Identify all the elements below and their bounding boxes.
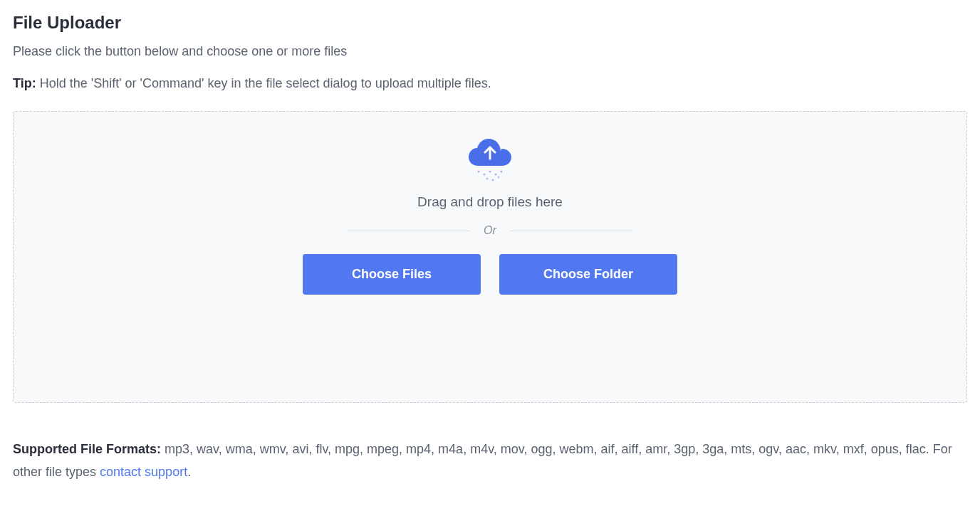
dropzone[interactable]: Drag and drop files here Or Choose Files… [13,111,967,403]
svg-point-7 [501,171,503,173]
divider-line-right [511,231,632,231]
page-subtitle: Please click the button below and choose… [13,44,967,59]
contact-support-link[interactable]: contact support [100,465,187,479]
svg-point-8 [498,176,500,179]
or-divider: Or [348,224,632,237]
choose-folder-button[interactable]: Choose Folder [499,254,677,295]
cloud-upload-icon [462,129,518,186]
button-row: Choose Files Choose Folder [303,254,677,295]
svg-point-4 [486,178,489,180]
tip-text: Hold the 'Shift' or 'Command' key in the… [36,76,491,90]
svg-point-1 [478,171,480,173]
divider-line-left [348,231,469,231]
svg-point-3 [489,171,491,173]
page-title: File Uploader [13,13,967,33]
formats-period: . [187,465,191,479]
supported-formats-line: Supported File Formats: mp3, wav, wma, w… [13,438,967,483]
or-text: Or [469,224,511,237]
svg-point-6 [492,179,494,181]
svg-point-2 [484,174,486,176]
choose-files-button[interactable]: Choose Files [303,254,481,295]
formats-label: Supported File Formats: [13,442,161,456]
drag-drop-text: Drag and drop files here [417,194,563,210]
tip-label: Tip: [13,76,36,90]
svg-point-5 [495,174,497,176]
tip-line: Tip: Hold the 'Shift' or 'Command' key i… [13,76,967,91]
